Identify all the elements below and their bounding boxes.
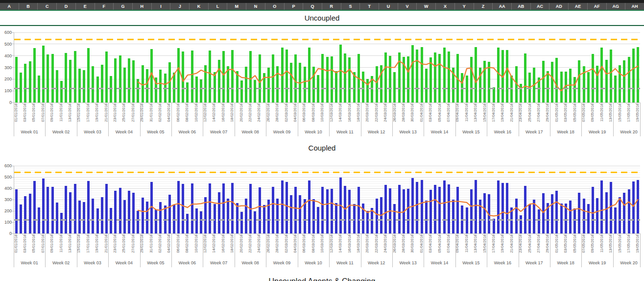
- column-header-AE[interactable]: AE: [569, 3, 588, 10]
- y-axis-tick: [12, 32, 14, 33]
- uncoupled-chart[interactable]: 0100200300400500600 01/01/201803/01/2018…: [0, 26, 644, 138]
- y-axis-label: 400: [4, 186, 12, 191]
- column-header-N[interactable]: N: [246, 3, 265, 10]
- date-label: 03/01/2018: [23, 234, 27, 253]
- bar: [186, 214, 189, 233]
- column-header-AB[interactable]: AB: [512, 3, 531, 10]
- column-header-P[interactable]: P: [285, 3, 304, 10]
- bar: [475, 47, 477, 102]
- column-header-AG[interactable]: AG: [607, 3, 626, 10]
- coupled-title-row: Coupled: [0, 138, 644, 156]
- date-label: 29/04/2018: [545, 103, 549, 122]
- y-axis-label: 600: [4, 30, 12, 35]
- column-header-AF[interactable]: AF: [588, 3, 607, 10]
- bar: [398, 185, 401, 233]
- uncoupled-chart-title: Uncoupled: [305, 14, 340, 22]
- column-header-L[interactable]: L: [209, 3, 228, 10]
- date-label: 09/05/2018: [590, 234, 595, 253]
- column-header-AD[interactable]: AD: [549, 3, 569, 10]
- bar: [132, 60, 135, 102]
- date-label: 19/01/2018: [95, 234, 99, 253]
- column-header-T[interactable]: T: [360, 3, 379, 10]
- column-header-Q[interactable]: Q: [303, 3, 322, 10]
- bar: [434, 185, 436, 233]
- column-header-R[interactable]: R: [322, 3, 341, 10]
- bar: [497, 48, 500, 102]
- column-header-C[interactable]: C: [38, 3, 57, 10]
- column-header-B[interactable]: B: [19, 3, 38, 10]
- bar: [101, 197, 103, 233]
- bar: [326, 189, 329, 233]
- column-header-S[interactable]: S: [341, 3, 360, 10]
- date-label: 03/01/2018: [23, 103, 27, 122]
- bar: [637, 47, 639, 102]
- y-axis-tick: [12, 79, 14, 79]
- column-header-K[interactable]: K: [190, 3, 209, 10]
- week-label: Week 16: [494, 260, 511, 265]
- column-header-AC[interactable]: AC: [531, 3, 550, 10]
- bar: [411, 45, 414, 102]
- bar: [286, 50, 288, 102]
- date-label: 08/02/2018: [185, 103, 189, 122]
- week-label: Week 04: [116, 129, 133, 134]
- date-label: 01/04/2018: [419, 234, 424, 253]
- threshold-line-120: [14, 219, 640, 221]
- bar: [96, 208, 99, 233]
- bar: [619, 197, 621, 233]
- column-header-D[interactable]: D: [57, 3, 76, 10]
- column-header-AH[interactable]: AH: [625, 3, 644, 10]
- date-label: 29/04/2018: [545, 234, 549, 253]
- date-label: 11/01/2018: [59, 103, 63, 122]
- date-label: 20/03/2018: [365, 103, 369, 122]
- bar: [376, 66, 378, 102]
- column-header-A[interactable]: A: [0, 3, 19, 10]
- bar: [600, 180, 603, 233]
- bar: [105, 184, 108, 233]
- column-header-H[interactable]: H: [133, 3, 152, 10]
- date-label: 09/01/2018: [49, 103, 54, 122]
- coupled-chart[interactable]: 0100200300400500600 01/01/201803/01/2018…: [0, 156, 644, 270]
- column-header-Y[interactable]: Y: [455, 3, 474, 10]
- bar: [15, 57, 18, 102]
- date-label: 28/03/2018: [401, 103, 405, 122]
- date-label: 15/04/2018: [482, 103, 487, 122]
- column-header-G[interactable]: G: [114, 3, 133, 10]
- date-label: 15/05/2018: [618, 103, 622, 122]
- date-label: 19/05/2018: [635, 234, 640, 253]
- date-label: 05/04/2018: [437, 234, 442, 253]
- bar: [60, 213, 63, 233]
- bar: [24, 64, 26, 102]
- bar: [421, 47, 423, 102]
- y-axis-label: 100: [4, 220, 12, 225]
- column-header-Z[interactable]: Z: [474, 3, 493, 10]
- column-header-O[interactable]: O: [265, 3, 285, 10]
- y-axis-tick: [12, 166, 14, 166]
- column-header-V[interactable]: V: [398, 3, 417, 10]
- column-header-F[interactable]: F: [95, 3, 114, 10]
- bar: [479, 68, 481, 103]
- bar: [348, 190, 351, 233]
- column-header-AA[interactable]: AA: [493, 3, 512, 10]
- excel-sheet-view: { "spreadsheet": { "column_headers": ["A…: [0, 0, 644, 281]
- bar: [438, 187, 441, 233]
- bar: [191, 51, 193, 102]
- column-header-U[interactable]: U: [379, 3, 398, 10]
- plot-area: [14, 32, 640, 103]
- column-header-E[interactable]: E: [76, 3, 95, 10]
- date-label: 21/01/2018: [104, 234, 108, 253]
- column-header-W[interactable]: W: [417, 3, 436, 10]
- bar: [555, 58, 558, 102]
- date-label: 19/04/2018: [500, 103, 504, 122]
- bar: [344, 53, 346, 102]
- column-header-M[interactable]: M: [227, 3, 246, 10]
- date-label: 11/04/2018: [464, 234, 469, 253]
- column-header-J[interactable]: J: [170, 3, 190, 10]
- column-header-I[interactable]: I: [152, 3, 171, 10]
- bar: [33, 181, 36, 233]
- bar: [200, 211, 202, 233]
- bar: [47, 187, 49, 233]
- bar: [628, 57, 630, 102]
- week-label: Week 06: [179, 260, 196, 265]
- column-header-X[interactable]: X: [436, 3, 455, 10]
- date-label: 07/04/2018: [446, 103, 451, 122]
